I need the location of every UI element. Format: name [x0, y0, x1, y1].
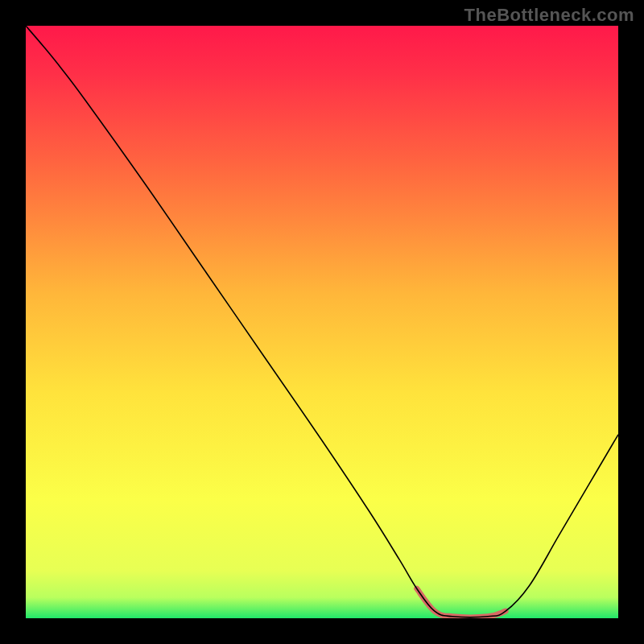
- watermark-text: TheBottleneck.com: [464, 5, 634, 26]
- gradient-bg: [26, 26, 618, 618]
- chart-svg: [26, 26, 618, 618]
- chart-area: [26, 26, 618, 618]
